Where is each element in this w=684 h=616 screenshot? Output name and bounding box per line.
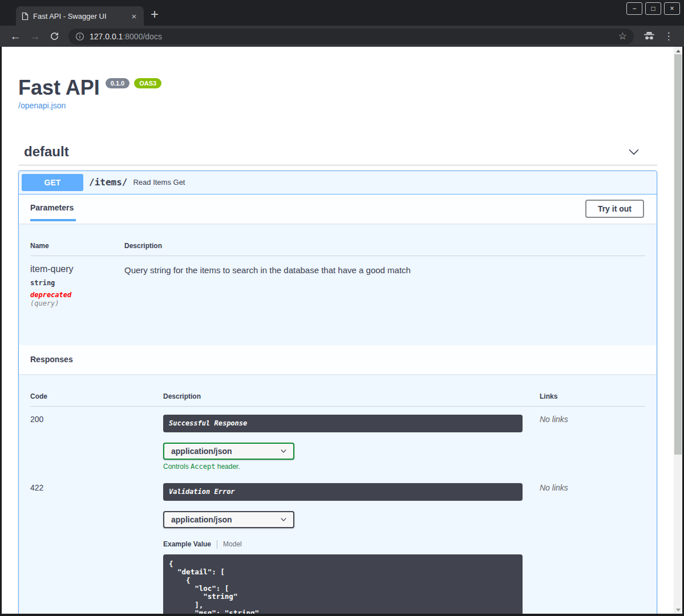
parameter-row: item-query string deprecated (query) Que… (30, 256, 645, 345)
back-button[interactable]: ← (7, 28, 24, 45)
opblock-summary[interactable]: GET /items/ Read Items Get (19, 171, 657, 194)
parameter-description: Query string for the items to search in … (124, 264, 645, 307)
controls-accept-note: Controls Accept header. (163, 463, 523, 471)
response-code: 200 (30, 415, 163, 471)
operation-path: /items/ (89, 177, 127, 188)
example-json-block: { "detail": [ { "loc": [ "string" ], "ms… (163, 554, 523, 614)
opblock-get-items: GET /items/ Read Items Get Parameters Tr… (18, 171, 657, 614)
responses-table: Code Description Links 200 Successful Re… (19, 386, 657, 614)
media-type-select-200[interactable]: application/json (163, 443, 294, 460)
title-badges: 0.1.0 OAS3 (106, 78, 161, 88)
tab-close-icon[interactable]: × (129, 11, 139, 21)
tab-parameters[interactable]: Parameters (30, 203, 76, 221)
scroll-down-icon[interactable] (674, 606, 682, 614)
forward-button[interactable]: → (26, 28, 43, 45)
parameter-name: item-query (30, 264, 124, 274)
response-description: Successful Response (163, 415, 523, 432)
tab-divider (217, 540, 217, 549)
media-type-value: application/json (171, 515, 232, 524)
url-host: 127.0.0.1 (90, 32, 123, 41)
response-description: Validation Error (163, 483, 523, 501)
responses-title: Responses (30, 355, 73, 364)
bookmark-star-icon[interactable]: ☆ (618, 30, 627, 42)
page-viewport: Fast API 0.1.0 OAS3 /openapi.json defaul… (2, 47, 682, 614)
tag-section-default: default GET /items/ Read Items Get Param… (18, 139, 657, 614)
incognito-icon (641, 28, 658, 45)
browser-window: Fast API - Swagger UI × + − □ × ← → 127.… (0, 0, 684, 616)
page-title: Fast API (18, 77, 100, 99)
url-text: 127.0.0.1:8000/docs (90, 32, 162, 41)
col-header-name: Name (30, 242, 124, 250)
response-links: No links (523, 483, 645, 614)
tab-example-value[interactable]: Example Value (163, 540, 211, 548)
response-links: No links (523, 415, 645, 471)
chevron-down-icon (280, 516, 288, 524)
close-window-button[interactable]: × (664, 2, 680, 15)
scroll-up-icon[interactable] (674, 47, 682, 55)
page-scrollbar[interactable] (674, 47, 682, 614)
responses-table-head: Code Description Links (30, 386, 645, 407)
response-row-422: 422 Validation Error application/json (30, 475, 645, 614)
oas3-badge: OAS3 (134, 78, 161, 88)
version-badge: 0.1.0 (106, 78, 129, 88)
response-description-cell: Successful Response application/json Con… (163, 415, 523, 471)
col-header-description: Description (163, 392, 523, 400)
tag-name: default (24, 144, 69, 160)
col-header-code: Code (30, 392, 163, 400)
responses-header: Responses (19, 345, 657, 374)
col-header-links: Links (523, 392, 645, 400)
url-path: :8000/docs (123, 32, 162, 41)
browser-tab[interactable]: Fast API - Swagger UI × (16, 6, 144, 26)
site-info-icon[interactable] (75, 32, 84, 41)
response-description-cell: Validation Error application/json Exampl… (163, 483, 523, 614)
maximize-button[interactable]: □ (645, 2, 661, 15)
collapse-chevron-icon[interactable] (626, 144, 641, 159)
parameter-type: string (30, 279, 124, 287)
try-it-out-button[interactable]: Try it out (585, 200, 644, 218)
minimize-button[interactable]: − (626, 2, 642, 15)
media-type-select-422[interactable]: application/json (163, 511, 294, 528)
favicon-document-icon (22, 12, 29, 21)
example-model-tabs: Example Value Model (163, 540, 523, 549)
openapi-spec-link[interactable]: /openapi.json (18, 101, 66, 110)
tab-strip: Fast API - Swagger UI × + − □ × (0, 0, 684, 26)
address-bar[interactable]: 127.0.0.1:8000/docs ☆ (68, 29, 634, 44)
parameters-header: Parameters Try it out (19, 194, 657, 224)
tab-model[interactable]: Model (223, 540, 242, 548)
tab-title: Fast API - Swagger UI (33, 12, 124, 21)
new-tab-button[interactable]: + (151, 7, 159, 21)
swagger-ui: Fast API 0.1.0 OAS3 /openapi.json defaul… (2, 77, 682, 614)
operation-summary: Read Items Get (133, 178, 185, 187)
window-controls: − □ × (626, 2, 680, 15)
scrollbar-thumb[interactable] (674, 54, 682, 455)
response-row-200: 200 Successful Response application/json… (30, 407, 645, 475)
parameter-name-cell: item-query string deprecated (query) (30, 264, 124, 307)
api-title-row: Fast API 0.1.0 OAS3 (18, 77, 657, 99)
response-code: 422 (30, 483, 163, 614)
parameter-deprecated-label: deprecated (30, 291, 124, 299)
method-badge-get: GET (22, 174, 83, 191)
col-header-description: Description (124, 242, 645, 250)
tag-header[interactable]: default (18, 139, 657, 165)
chevron-down-icon (280, 447, 288, 455)
reload-button[interactable] (46, 28, 63, 45)
media-type-value: application/json (171, 447, 232, 456)
parameters-table-head: Name Description (30, 235, 645, 256)
browser-menu-icon[interactable]: ⋮ (660, 28, 677, 45)
parameter-location: (query) (30, 299, 124, 307)
browser-toolbar: ← → 127.0.0.1:8000/docs ☆ ⋮ (0, 26, 684, 47)
parameters-table: Name Description item-query string depre… (19, 235, 657, 345)
